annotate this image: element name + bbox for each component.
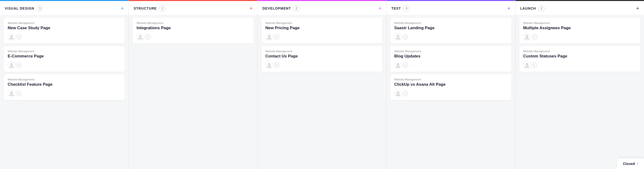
avatar [266,61,273,69]
column-add-button-development[interactable]: + [378,6,382,11]
card[interactable]: Website ManagementContact Us Page+ [262,46,382,72]
avatar [8,61,15,69]
avatar [394,61,402,69]
column-visual-design: VISUAL DESIGN3+Website ManagementNew Cas… [0,0,129,169]
column-add-button-test[interactable]: + [507,6,510,11]
card-project-label: Website Management [394,78,507,81]
card-avatars: + [8,90,121,97]
avatar [394,90,402,97]
card-avatars: + [523,33,636,41]
card-title: Checklist Feature Page [8,82,121,87]
card-title: Saastr Landing Page [394,25,507,31]
column-count-structure: 1 [159,5,166,11]
closed-bar[interactable]: Closed › [617,158,644,169]
column-title-launch: LAUNCH [520,6,536,10]
card[interactable]: Website ManagementSaastr Landing Page+ [390,18,511,44]
card-project-label: Website Management [8,21,121,24]
column-body-visual-design: Website ManagementNew Case Study Page+We… [0,15,128,169]
avatar [266,33,273,41]
kanban-board: VISUAL DESIGN3+Website ManagementNew Cas… [0,0,644,169]
column-body-development: Website ManagementNew Pricing Page+Websi… [258,15,386,169]
column-add-button-visual-design[interactable]: + [121,6,124,11]
card-title: Integrations Page [136,25,250,31]
card-title: Contact Us Page [266,54,378,59]
card-project-label: Website Management [523,21,636,24]
card-avatars: + [394,90,507,97]
avatar [394,33,402,41]
closed-arrow-icon: › [637,161,638,166]
add-assignee-button[interactable]: + [532,34,537,39]
column-count-development: 2 [294,5,300,11]
add-assignee-button[interactable]: + [274,62,279,68]
card-avatars: + [266,33,378,41]
column-add-button-structure[interactable]: + [250,6,253,11]
column-title-development: DEVELOPMENT [262,6,291,10]
card[interactable]: Website ManagementE-Commerce Page+ [4,46,125,72]
add-assignee-button[interactable]: + [403,91,408,96]
column-title-visual-design: VISUAL DESIGN [5,6,34,10]
card-avatars: + [523,61,636,69]
column-test: TEST3+Website ManagementSaastr Landing P… [386,0,515,169]
card[interactable]: Website ManagementMultiple Assignees Pag… [519,18,640,44]
add-assignee-button[interactable]: + [16,34,22,39]
avatar [523,61,531,69]
card-title: Blog Updates [394,54,507,59]
avatar [523,33,531,41]
column-structure: STRUCTURE1+Website ManagementIntegration… [129,0,258,169]
card-title: New Case Study Page [8,25,121,31]
card-title: Multiple Assignees Page [523,25,636,31]
column-header-structure: STRUCTURE1+ [129,0,257,15]
column-header-development: DEVELOPMENT2+ [258,0,386,15]
column-header-test: TEST3+ [386,0,515,15]
card-avatars: + [136,33,250,41]
column-count-test: 3 [403,5,410,11]
avatar [136,33,144,41]
card[interactable]: Website ManagementChecklist Feature Page… [4,74,125,100]
add-assignee-button[interactable]: + [274,34,279,39]
add-assignee-button[interactable]: + [403,34,408,39]
card-project-label: Website Management [8,78,121,81]
add-assignee-button[interactable]: + [145,34,150,39]
column-body-structure: Website ManagementIntegrations Page+ [129,15,257,169]
card[interactable]: Website ManagementCustom Statuses Page+ [519,46,640,72]
card-avatars: + [394,61,507,69]
card-title: E-Commerce Page [8,54,121,59]
add-assignee-button[interactable]: + [403,62,408,68]
card-project-label: Website Management [394,50,507,53]
card-title: New Pricing Page [266,25,378,31]
card-avatars: + [394,33,507,41]
column-count-launch: 2 [538,5,544,11]
card-project-label: Website Management [266,21,378,24]
card-avatars: + [8,33,121,41]
card[interactable]: Website ManagementNew Case Study Page+ [4,18,125,44]
card-title: ClickUp vs Asana Alt Page [394,82,507,87]
column-count-visual-design: 3 [37,5,43,11]
card[interactable]: Website ManagementNew Pricing Page+ [262,18,382,44]
avatar [8,90,15,97]
add-assignee-button[interactable]: + [532,62,537,68]
card-project-label: Website Management [8,50,121,53]
add-assignee-button[interactable]: + [16,62,22,68]
column-body-test: Website ManagementSaastr Landing Page+We… [386,15,515,169]
column-launch: LAUNCH2+Website ManagementMultiple Assig… [516,0,644,169]
card-project-label: Website Management [523,50,636,53]
card[interactable]: Website ManagementClickUp vs Asana Alt P… [390,74,511,100]
column-body-launch: Website ManagementMultiple Assignees Pag… [516,15,644,169]
card-project-label: Website Management [394,21,507,24]
column-development: DEVELOPMENT2+Website ManagementNew Prici… [258,0,386,169]
card-avatars: + [266,61,378,69]
card-title: Custom Statuses Page [523,54,636,59]
avatar [8,33,15,41]
card-project-label: Website Management [136,21,250,24]
card-project-label: Website Management [266,50,378,53]
add-assignee-button[interactable]: + [16,91,22,96]
column-title-structure: STRUCTURE [134,6,156,10]
column-title-test: TEST [391,6,401,10]
card[interactable]: Website ManagementBlog Updates+ [390,46,511,72]
column-header-launch: LAUNCH2+ [516,0,644,15]
card-avatars: + [8,61,121,69]
card[interactable]: Website ManagementIntegrations Page+ [132,18,254,44]
closed-label: Closed [623,162,635,166]
column-add-button-launch[interactable]: + [636,6,639,11]
column-header-visual-design: VISUAL DESIGN3+ [0,0,128,15]
